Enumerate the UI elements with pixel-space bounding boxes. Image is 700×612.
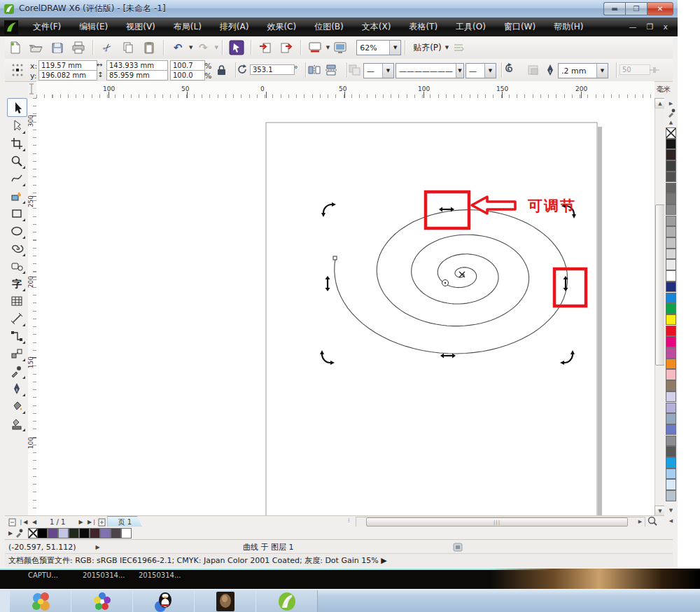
undo-dropdown-icon[interactable]: ▼ [189,45,192,50]
docpal-color-swatch[interactable] [90,528,100,538]
color-swatch[interactable] [666,446,676,457]
color-swatch[interactable] [666,457,676,468]
lock-ratio-icon[interactable] [217,65,226,76]
prev-page-button[interactable]: ◀ [29,517,40,527]
undo-button[interactable]: ↶ [169,39,187,57]
color-swatch[interactable] [666,303,676,314]
menu-item-9[interactable]: 表格(T) [400,21,447,33]
new-document-button[interactable] [6,39,24,57]
color-swatch[interactable] [666,160,676,172]
color-eyedropper-tool[interactable] [7,362,26,380]
color-swatch[interactable] [666,172,676,183]
docpal-color-swatch[interactable] [48,528,58,538]
open-button[interactable] [27,39,46,57]
menu-item-4[interactable]: 布局(L) [164,21,211,33]
line-style-dropdown[interactable]: ———————▼ [396,63,464,78]
taskbar-item-photo-thumbnail[interactable] [194,590,256,612]
background-app-title[interactable]: CAPTU... [28,571,58,579]
mirror-vertical-button[interactable] [325,64,339,76]
color-swatch[interactable] [666,314,676,326]
menu-item-5[interactable]: 排列(A) [211,21,258,33]
color-swatch[interactable] [666,204,676,216]
minimize-button[interactable]: ▬ [603,2,625,15]
options-button[interactable] [450,39,468,57]
color-swatch[interactable] [666,249,676,260]
color-swatch[interactable] [666,237,676,249]
horizontal-scrollbar[interactable]: ||| [356,517,645,527]
color-swatch[interactable] [666,490,676,501]
pick-tool[interactable] [7,98,27,117]
docpal-color-swatch[interactable] [37,528,48,538]
docpal-color-swatch[interactable] [79,528,90,538]
color-swatch[interactable] [666,183,676,194]
restore-button[interactable]: ❐ [625,2,647,15]
status-tray-icon[interactable] [453,543,463,552]
color-swatch[interactable] [666,259,676,270]
drawing-canvas[interactable]: 可调节 [36,98,654,515]
height-field[interactable] [106,70,168,81]
docpal-eyedropper-icon[interactable] [15,528,24,538]
color-swatch[interactable] [666,347,676,359]
taskbar-item-qq-messenger[interactable] [132,590,195,612]
vertical-scrollbar-thumb[interactable] [655,204,665,366]
snap-to-button[interactable]: 贴齐(P) [413,42,442,54]
palette-scroll-down-icon[interactable]: ▼ [666,507,676,514]
coordinates-flyout-icon[interactable]: ▶ [96,544,100,550]
cut-button[interactable]: ✂ [98,39,116,57]
export-button[interactable] [277,39,295,57]
add-page-before-icon[interactable] [8,517,18,527]
color-swatch[interactable] [666,326,676,337]
width-field[interactable] [106,60,168,71]
shape-tool[interactable] [7,117,26,134]
blend-tool[interactable] [7,345,26,362]
color-swatch[interactable] [666,281,676,293]
connector-tool[interactable] [7,327,26,345]
scale-v-field[interactable] [170,70,205,81]
x-position-field[interactable] [38,60,97,71]
background-app-title[interactable]: 20150314... [139,571,181,579]
save-button[interactable] [48,39,66,57]
menu-item-1[interactable]: 文件(F) [24,21,70,33]
smart-fill-tool[interactable] [7,187,26,204]
docpal-flyout-icon[interactable]: ▶ [8,530,13,536]
color-swatch[interactable] [666,149,676,160]
freehand-tool[interactable] [7,169,26,187]
color-swatch[interactable] [666,270,676,281]
arrow-end-dropdown[interactable]: —▼ [465,63,496,78]
first-page-button[interactable]: ❘◀ [18,517,29,527]
horizontal-scrollbar-thumb[interactable]: ||| [366,517,628,527]
menu-item-10[interactable]: 工具(O) [447,21,495,33]
welcome-screen-button[interactable] [331,39,349,57]
color-swatch[interactable] [666,413,676,424]
y-position-field[interactable] [38,70,97,81]
menu-item-11[interactable]: 窗口(W) [495,21,545,33]
rotation-angle-field[interactable] [250,64,295,75]
color-swatch[interactable] [666,336,676,347]
last-page-button[interactable]: ▶❘ [86,517,97,527]
menu-item-3[interactable]: 视图(V) [117,21,164,33]
background-app-title[interactable]: 20150314... [83,571,125,579]
snap-dropdown-icon[interactable]: ▼ [445,45,449,50]
hscroll-right-button[interactable]: ▶ [636,517,645,526]
redo-button[interactable]: ↷ [194,39,212,57]
pan-zoom-icon[interactable] [647,516,658,527]
docpal-color-swatch[interactable] [121,528,132,538]
page-tab[interactable]: 页 1 [107,516,142,527]
docpal-color-swatch[interactable] [69,528,79,538]
color-swatch[interactable] [666,424,676,436]
zoom-dropdown-icon[interactable]: ▼ [389,41,400,55]
palette-eyedropper-icon[interactable] [667,108,676,118]
color-swatch[interactable] [666,193,676,204]
menu-item-6[interactable]: 效果(C) [258,21,305,33]
parallel-dimension-tool[interactable] [7,310,26,327]
menu-item-7[interactable]: 位图(B) [305,21,353,33]
palette-expand-icon[interactable]: ◀ [666,517,676,525]
copy-button[interactable] [119,39,137,57]
zoom-tool[interactable] [7,152,26,169]
color-swatch[interactable] [666,359,676,370]
text-tool[interactable]: 字 [7,274,26,292]
zoom-level-combo[interactable]: 62% ▼ [356,40,401,55]
interactive-fill-tool[interactable] [7,415,26,432]
doc-minimize-icon[interactable]: — [629,22,637,32]
color-swatch[interactable] [666,403,676,414]
